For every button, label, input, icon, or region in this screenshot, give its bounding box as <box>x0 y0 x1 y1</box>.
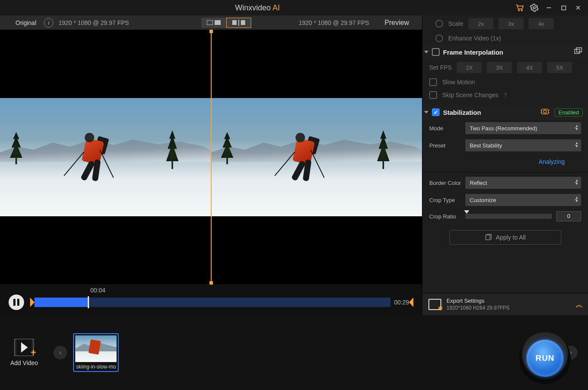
settings-panel: Scale 2x 3x 4x Enhance Video (1x) Frame … <box>422 15 588 315</box>
export-subtitle: 1920*1080 H264 29.97FPS <box>446 304 510 311</box>
caret-down-icon <box>424 111 428 114</box>
playback-bar: 00:04 00:29 <box>0 284 422 315</box>
info-icon[interactable]: i <box>44 18 53 28</box>
camera-ai-icon[interactable] <box>540 107 550 117</box>
svg-point-0 <box>518 10 520 11</box>
crop-type-select[interactable]: Customize▲▼ <box>465 194 581 206</box>
add-video-icon <box>14 339 34 356</box>
video-infobar: Original i 1920 * 1080 @ 29.97 FPS 1920 … <box>0 15 422 30</box>
apply-to-all-button[interactable]: Apply to All <box>449 230 561 245</box>
app-title-main: Winxvideo <box>235 3 271 12</box>
export-icon <box>428 299 441 310</box>
preview-label: Preview <box>385 19 409 27</box>
svg-rect-4 <box>575 49 580 54</box>
scale-radio[interactable] <box>435 20 443 28</box>
app-title-ai: AI <box>273 3 280 12</box>
mode-label: Mode <box>429 125 461 132</box>
close-button[interactable] <box>571 2 585 14</box>
svg-rect-8 <box>486 235 490 240</box>
stabilization-header[interactable]: Stabilization Enabled <box>422 105 588 120</box>
video-thumbnail[interactable]: skiing-in-slow-mo <box>73 333 119 372</box>
pause-button[interactable] <box>9 295 24 310</box>
playhead[interactable] <box>88 296 89 308</box>
compare-mode-split[interactable] <box>226 18 251 28</box>
fps-5x[interactable]: 5X <box>547 62 572 73</box>
svg-point-7 <box>544 110 547 113</box>
analyzing-status: Analyzing <box>422 154 588 170</box>
enhance-label: Enhance Video (1x) <box>448 35 501 42</box>
frame-original <box>0 30 211 284</box>
scale-2x[interactable]: 2x <box>468 18 493 29</box>
title-bar: Winxvideo AI <box>0 0 588 15</box>
time-total: 00:29 <box>394 299 409 306</box>
cart-icon[interactable] <box>512 2 527 14</box>
enhance-radio[interactable] <box>435 34 443 42</box>
svg-rect-3 <box>561 6 565 9</box>
svg-rect-5 <box>576 48 582 52</box>
compare-icon[interactable] <box>573 47 583 57</box>
frame-interp-title: Frame Interpolation <box>443 49 503 56</box>
fps-3x[interactable]: 3X <box>487 62 512 73</box>
export-settings-bar[interactable]: Export Settings 1920*1080 H264 29.97FPS … <box>422 293 588 315</box>
video-compare-area: Original i 1920 * 1080 @ 29.97 FPS 1920 … <box>0 15 422 315</box>
original-label: Original <box>0 19 36 26</box>
maximize-button[interactable] <box>556 2 571 14</box>
scale-4x[interactable]: 4x <box>529 18 554 29</box>
compare-mode-toggles <box>201 18 251 28</box>
timeline-track[interactable]: 00:29 <box>30 298 413 307</box>
caret-down-icon <box>424 51 428 53</box>
fps-2x[interactable]: 2X <box>457 62 482 73</box>
slowmo-label: Slow Motion <box>442 79 475 86</box>
stabilization-title: Stabilization <box>443 109 481 116</box>
compare-mode-single[interactable] <box>201 18 226 28</box>
enabled-badge: Enabled <box>554 108 583 117</box>
original-dimensions: 1920 * 1080 @ 29.97 FPS <box>58 19 129 26</box>
preset-label: Preset <box>429 142 461 149</box>
preset-select[interactable]: Best Stability▲▼ <box>465 139 581 151</box>
preview-dimensions: 1920 * 1080 @ 29.97 FPS <box>299 19 369 26</box>
frame-interp-checkbox[interactable] <box>432 48 440 56</box>
svg-point-2 <box>533 7 536 9</box>
crop-ratio-label: Crop Ratio <box>429 213 461 220</box>
export-title: Export Settings <box>446 298 510 304</box>
mode-select[interactable]: Two Pass (Recommended)▲▼ <box>465 122 581 134</box>
run-button-wrap: RUN <box>519 332 571 384</box>
add-video-button[interactable]: Add Video <box>10 339 38 366</box>
setfps-label: Set FPS <box>429 64 452 71</box>
svg-point-1 <box>521 10 523 11</box>
compare-divider[interactable] <box>211 30 212 284</box>
scale-label: Scale <box>448 20 463 27</box>
frame-interp-body: Set FPS 2X 3X 4X 5X Slow Motion Skip Sce… <box>422 59 588 105</box>
minimize-button[interactable] <box>542 2 556 14</box>
thumbnail-caption: skiing-in-slow-mo <box>75 364 117 370</box>
help-icon[interactable]: ? <box>504 92 507 98</box>
scale-3x[interactable]: 3x <box>499 18 523 29</box>
border-color-label: Border Color <box>429 180 461 186</box>
thumbs-prev-button[interactable]: ‹ <box>53 346 67 359</box>
expand-up-icon[interactable]: ︽ <box>576 299 582 310</box>
thumbnail-strip: skiing-in-slow-mo <box>67 333 564 372</box>
fps-4x[interactable]: 4X <box>517 62 542 73</box>
run-button[interactable]: RUN <box>526 340 563 377</box>
superres-group: Scale 2x 3x 4x Enhance Video (1x) <box>422 15 588 45</box>
settings-icon[interactable] <box>527 2 542 14</box>
frame-preview <box>211 30 422 284</box>
crop-ratio-value[interactable]: 0 <box>556 211 581 221</box>
compare-frames[interactable] <box>0 30 422 284</box>
skip-label: Skip Scene Changes <box>442 92 499 98</box>
skip-checkbox[interactable] <box>429 91 437 99</box>
app-title: Winxvideo AI <box>235 3 280 12</box>
stabilization-checkbox[interactable] <box>432 108 440 116</box>
trim-end-handle[interactable] <box>409 298 413 307</box>
trim-start-handle[interactable] <box>30 298 34 307</box>
crop-ratio-slider[interactable] <box>465 214 552 219</box>
border-color-select[interactable]: Reflect▲▼ <box>465 177 581 189</box>
bottom-strip: Add Video ‹ skiing-in-slow-mo › RUN <box>0 315 588 390</box>
frame-interp-header[interactable]: Frame Interpolation <box>422 45 588 59</box>
time-current: 00:04 <box>90 287 413 294</box>
crop-type-label: Crop Type <box>429 197 461 203</box>
slowmo-checkbox[interactable] <box>429 78 437 86</box>
